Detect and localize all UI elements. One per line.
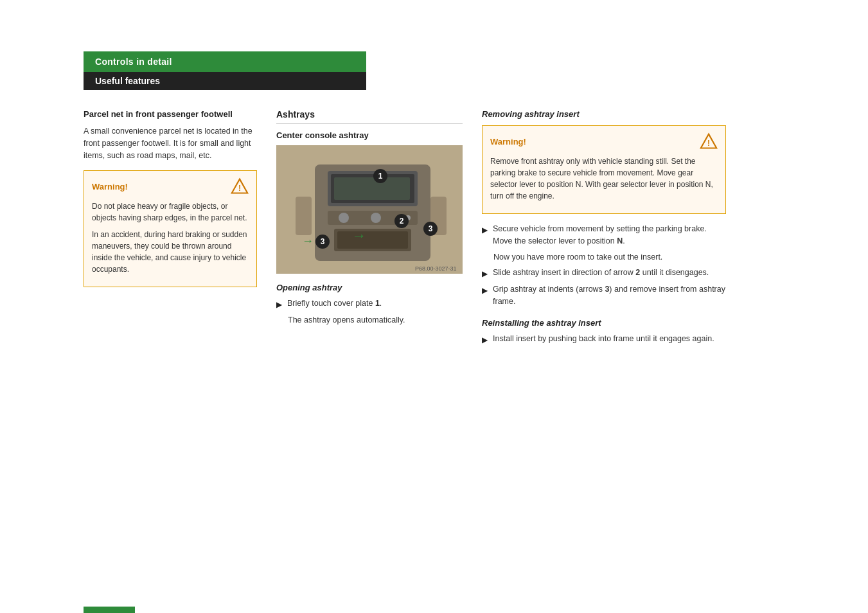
warning-header-left: Warning! !: [92, 177, 249, 195]
bullet-arrow-icon-5: ▶: [482, 334, 488, 346]
useful-features-label: Useful features: [95, 76, 160, 86]
ashtrays-title: Ashtrays: [276, 109, 463, 124]
opening-bullet-text-1: Briefly touch cover plate 1.: [287, 298, 382, 310]
content-area: Parcel net in front passenger footwell A…: [84, 109, 790, 350]
reinstalling-title: Reinstalling the ashtray insert: [482, 318, 726, 328]
warning-label-left: Warning!: [92, 182, 128, 191]
bullet-arrow-icon-2: ▶: [482, 224, 488, 247]
svg-text:3: 3: [321, 237, 325, 246]
warning-label-right: Warning!: [490, 137, 526, 147]
warning-header-right: Warning! !: [490, 132, 718, 150]
warning-text-right: Remove front ashtray only with vehicle s…: [490, 155, 718, 202]
opening-ashtray-title: Opening ashtray: [276, 283, 463, 292]
bullet-arrow-icon-1: ▶: [276, 299, 282, 310]
warning-triangle-icon-right: !: [700, 132, 718, 150]
svg-rect-12: [337, 231, 408, 249]
opening-bullet-1: ▶ Briefly touch cover plate 1.: [276, 298, 463, 310]
warning-text2-left: In an accident, during hard braking or s…: [92, 229, 249, 275]
page-container: Controls in detail Useful features Parce…: [0, 51, 868, 613]
svg-text:!: !: [707, 139, 710, 148]
page-number-box: 198: [84, 607, 135, 613]
svg-point-8: [339, 213, 349, 223]
removing-bullet-text-1: Secure vehicle from movement by setting …: [493, 223, 726, 247]
svg-rect-6: [334, 177, 410, 200]
removing-bullet-text-3: Grip ashtray at indents (arrows 3) and r…: [493, 283, 726, 308]
header-green-bar: Controls in detail: [84, 51, 366, 72]
opening-sub-text-1: The ashtray opens automatically.: [288, 314, 463, 326]
svg-text:→: →: [302, 235, 314, 247]
center-console-title: Center console ashtray: [276, 130, 463, 140]
reinstalling-bullet-text-1: Install insert by pushing back into fram…: [493, 333, 714, 346]
car-image: 1 2 → 3 3 → P68.00-3027-31: [276, 145, 463, 274]
removing-bullet-3: ▶ Grip ashtray at indents (arrows 3) and…: [482, 283, 726, 308]
warning-text1-left: Do not place heavy or fragile objects, o…: [92, 200, 249, 224]
right-column: Removing ashtray insert Warning! ! Remov…: [482, 109, 726, 350]
bullet-arrow-icon-3: ▶: [482, 268, 488, 280]
removing-ashtray-title: Removing ashtray insert: [482, 109, 726, 119]
svg-rect-13: [296, 197, 312, 235]
removing-bullet-text-2: Slide ashtray insert in direction of arr…: [493, 267, 709, 280]
svg-text:P68.00-3027-31: P68.00-3027-31: [415, 265, 457, 272]
svg-text:3: 3: [429, 224, 433, 233]
removing-bullet-1: ▶ Secure vehicle from movement by settin…: [482, 223, 726, 247]
warning-box-right: Warning! ! Remove front ashtray only wit…: [482, 125, 726, 214]
svg-text:!: !: [238, 184, 241, 193]
svg-text:→: →: [352, 227, 366, 244]
removing-sub-text-1: Now you have more room to take out the i…: [493, 251, 726, 263]
controls-in-detail-label: Controls in detail: [95, 57, 172, 67]
middle-column: Ashtrays Center console ashtray: [276, 109, 482, 350]
parcel-net-heading: Parcel net in front passenger footwell: [84, 109, 257, 119]
warning-box-left: Warning! ! Do not place heavy or fragile…: [84, 170, 257, 287]
header-black-bar: Useful features: [84, 72, 366, 90]
bullet-arrow-icon-4: ▶: [482, 285, 488, 308]
parcel-net-body: A small convenience parcel net is locate…: [84, 125, 257, 161]
svg-text:2: 2: [400, 217, 404, 226]
removing-bullet-2: ▶ Slide ashtray insert in direction of a…: [482, 267, 726, 280]
svg-text:1: 1: [378, 172, 383, 181]
svg-point-9: [371, 213, 381, 223]
warning-triangle-icon-left: !: [231, 177, 249, 195]
reinstalling-bullet-1: ▶ Install insert by pushing back into fr…: [482, 333, 726, 346]
center-console-image: 1 2 → 3 3 → P68.00-3027-31: [276, 145, 463, 274]
left-column: Parcel net in front passenger footwell A…: [84, 109, 276, 350]
